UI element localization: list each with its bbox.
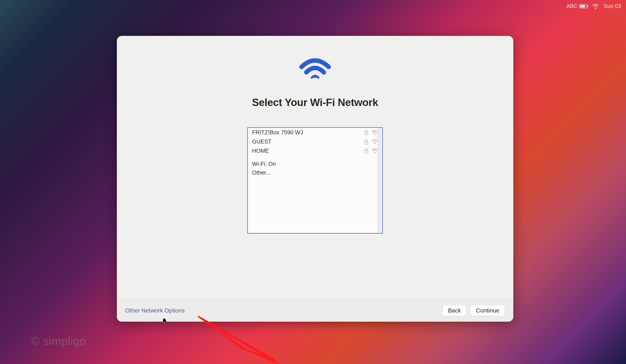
panel-body: Select Your Wi-Fi Network FRITZ!Box 7590… <box>117 36 513 299</box>
wifi-network-list[interactable]: FRITZ!Box 7590 WJ GUEST <box>247 127 383 234</box>
scrollbar[interactable] <box>377 128 382 233</box>
svg-point-4 <box>374 143 375 144</box>
svg-rect-5 <box>364 151 368 153</box>
wifi-network-item[interactable]: HOME <box>248 146 382 155</box>
battery-icon <box>579 4 587 8</box>
watermark: © simpligo <box>31 334 86 347</box>
svg-point-2 <box>374 134 375 135</box>
wifi-status-item[interactable]: Wi-Fi: On <box>248 160 382 168</box>
wifi-network-item[interactable]: GUEST <box>248 137 382 146</box>
svg-rect-3 <box>364 142 368 144</box>
input-method-indicator[interactable]: ABC <box>566 3 587 9</box>
lock-icon <box>364 148 368 153</box>
input-method-label: ABC <box>566 3 577 9</box>
wifi-status-label: Wi-Fi: On <box>252 161 276 167</box>
wifi-icon <box>592 4 599 9</box>
cursor-icon <box>162 318 168 324</box>
network-scroll-area: FRITZ!Box 7590 WJ GUEST <box>248 128 382 233</box>
other-network-options-link[interactable]: Other Network Options <box>125 307 185 314</box>
network-name: GUEST <box>252 139 364 145</box>
lock-icon <box>364 130 368 135</box>
back-button[interactable]: Back <box>442 305 467 316</box>
wifi-menubar-icon[interactable] <box>592 4 599 9</box>
wifi-other-item[interactable]: Other... <box>248 168 382 177</box>
panel-footer: Other Network Options Back Continue <box>117 299 513 322</box>
wifi-network-item[interactable]: FRITZ!Box 7590 WJ <box>248 128 382 137</box>
network-name: FRITZ!Box 7590 WJ <box>252 129 364 136</box>
clock-label: Sun 03 <box>604 3 621 9</box>
system-menubar: ABC Sun 03 <box>563 2 624 10</box>
svg-point-6 <box>374 152 375 153</box>
clock[interactable]: Sun 03 <box>604 3 621 9</box>
setup-assistant-panel: Select Your Wi-Fi Network FRITZ!Box 7590… <box>117 36 513 322</box>
svg-rect-1 <box>364 132 368 135</box>
lock-icon <box>364 139 368 144</box>
wifi-hero-icon <box>297 57 333 84</box>
page-title: Select Your Wi-Fi Network <box>252 96 378 109</box>
wifi-other-label: Other... <box>252 170 271 176</box>
continue-button[interactable]: Continue <box>470 305 505 316</box>
svg-point-0 <box>595 7 596 8</box>
network-name: HOME <box>252 148 364 154</box>
list-divider <box>248 155 382 160</box>
